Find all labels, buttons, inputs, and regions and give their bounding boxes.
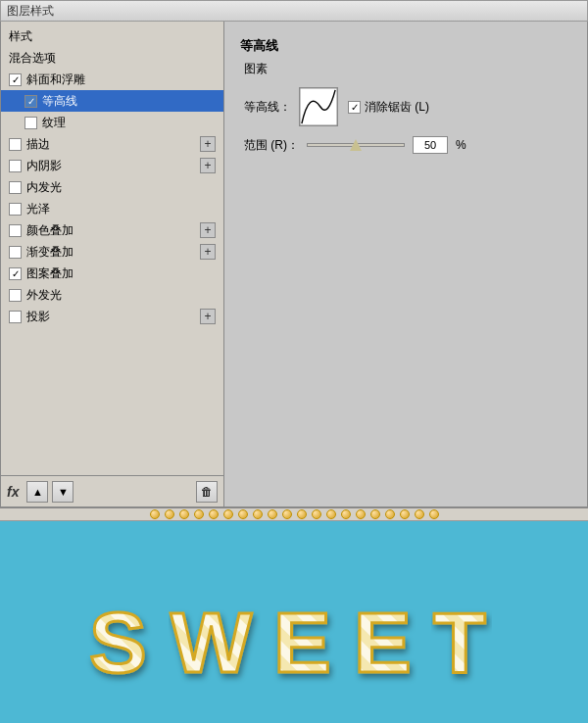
blend-options-label: 混合选项 (9, 50, 56, 67)
outer-glow-checkbox[interactable] (9, 289, 22, 302)
up-arrow-icon: ▲ (32, 486, 43, 498)
decorative-strip (0, 507, 588, 521)
deco-circle-18 (400, 509, 410, 519)
bevel-emboss-checkbox[interactable] (9, 73, 22, 86)
inner-shadow-label: 内阴影 (26, 158, 62, 174)
deco-circle-19 (415, 509, 424, 519)
gradient-overlay-plus[interactable]: + (200, 244, 216, 260)
sweet-text: S W (84, 589, 505, 690)
gradient-overlay-checkbox[interactable] (9, 246, 22, 259)
contour-checkbox[interactable] (24, 95, 37, 108)
deco-circle-10 (282, 509, 292, 519)
svg-text:T: T (433, 594, 486, 687)
satin-checkbox[interactable] (9, 203, 22, 216)
stroke-checkbox[interactable] (9, 138, 22, 151)
sidebar-item-outer-glow[interactable]: 外发光 (1, 284, 223, 306)
sidebar-item-style[interactable]: 样式 (1, 25, 223, 47)
satin-label: 光泽 (26, 201, 50, 217)
letter-W: W (169, 589, 267, 690)
left-panel: 样式 混合选项 斜面和浮雕 等高线 纹理 (1, 22, 224, 506)
contour-preview-box[interactable] (299, 87, 338, 126)
color-overlay-plus[interactable]: + (200, 222, 216, 238)
smooth-checkbox[interactable] (348, 101, 361, 114)
color-overlay-checkbox[interactable] (9, 224, 22, 237)
drop-shadow-plus[interactable]: + (200, 309, 216, 324)
deco-circle-17 (385, 509, 395, 519)
deco-circle-7 (238, 509, 248, 519)
sidebar-item-satin[interactable]: 光泽 (1, 198, 223, 219)
deco-circle-15 (356, 509, 366, 519)
svg-text:W: W (171, 594, 252, 687)
trash-button[interactable]: 🗑 (196, 481, 218, 503)
contour-curve-label: 等高线： (244, 99, 291, 116)
range-value-input[interactable] (413, 136, 448, 154)
down-arrow-icon: ▼ (58, 486, 69, 498)
sidebar-item-stroke[interactable]: 描边 + (1, 133, 223, 155)
deco-circle-1 (150, 509, 160, 519)
deco-circle-6 (223, 509, 233, 519)
texture-label: 纹理 (42, 115, 66, 131)
contour-label: 等高线 (42, 93, 77, 110)
bottom-toolbar: fx ▲ ▼ 🗑 (1, 475, 223, 506)
up-arrow-button[interactable]: ▲ (26, 481, 48, 503)
sidebar-item-color-overlay[interactable]: 颜色叠加 + (1, 219, 223, 241)
style-label: 样式 (9, 28, 32, 45)
sidebar-item-pattern-overlay[interactable]: 图案叠加 (1, 263, 223, 284)
outer-glow-label: 外发光 (26, 287, 62, 304)
sidebar-item-gradient-overlay[interactable]: 渐变叠加 + (1, 241, 223, 263)
inner-shadow-plus[interactable]: + (200, 158, 216, 173)
smooth-option-row: 消除锯齿 (L) (348, 99, 429, 116)
drop-shadow-label: 投影 (26, 309, 50, 325)
inner-glow-checkbox[interactable] (9, 181, 22, 194)
letter-E2: E (351, 589, 427, 690)
svg-text:E: E (354, 594, 412, 687)
svg-text:S: S (89, 594, 147, 687)
down-arrow-button[interactable]: ▼ (52, 481, 74, 503)
range-row: 范围 (R)： % (240, 136, 571, 154)
svg-text:E: E (273, 594, 331, 687)
canvas-preview-area: S W (0, 521, 588, 723)
stroke-plus[interactable]: + (200, 136, 216, 152)
trash-icon: 🗑 (201, 485, 213, 499)
smooth-label: 消除锯齿 (L) (365, 99, 429, 116)
deco-circle-20 (429, 509, 439, 519)
bevel-emboss-label: 斜面和浮雕 (26, 72, 85, 88)
percent-label: % (456, 138, 466, 152)
deco-circle-11 (297, 509, 307, 519)
letter-S: S (84, 589, 165, 690)
deco-circle-5 (209, 509, 219, 519)
sidebar-item-bevel-emboss[interactable]: 斜面和浮雕 (1, 69, 223, 90)
sidebar-item-drop-shadow[interactable]: 投影 + (1, 306, 223, 327)
fx-label: fx (7, 484, 19, 500)
deco-circle-9 (268, 509, 277, 519)
sidebar-item-inner-shadow[interactable]: 内阴影 + (1, 155, 223, 176)
drop-shadow-checkbox[interactable] (9, 311, 22, 323)
gradient-overlay-label: 渐变叠加 (26, 244, 74, 261)
sidebar-item-contour[interactable]: 等高线 (1, 90, 223, 112)
sidebar-item-inner-glow[interactable]: 内发光 (1, 176, 223, 198)
letter-E1: E (270, 589, 347, 690)
title-label: 图层样式 (7, 3, 54, 20)
letter-T: T (431, 589, 505, 690)
deco-circle-14 (341, 509, 351, 519)
pattern-overlay-label: 图案叠加 (26, 265, 74, 282)
inner-shadow-checkbox[interactable] (9, 160, 22, 172)
inner-glow-label: 内发光 (26, 179, 62, 196)
deco-circle-16 (370, 509, 380, 519)
deco-circle-8 (253, 509, 263, 519)
sidebar-item-blend-options[interactable]: 混合选项 (1, 47, 223, 69)
layer-list: 样式 混合选项 斜面和浮雕 等高线 纹理 (1, 22, 223, 475)
right-sub-title: 图素 (240, 61, 571, 77)
sidebar-item-texture[interactable]: 纹理 (1, 112, 223, 133)
texture-checkbox[interactable] (24, 117, 37, 129)
title-bar: 图层样式 (0, 0, 588, 22)
right-panel: 等高线 图素 等高线： 消除锯齿 (L) 范围 (R)： (224, 22, 587, 506)
deco-circle-2 (165, 509, 174, 519)
stroke-label: 描边 (26, 136, 50, 153)
range-label: 范围 (R)： (244, 137, 299, 154)
svg-rect-0 (300, 88, 337, 125)
deco-circle-4 (194, 509, 204, 519)
range-slider[interactable] (307, 143, 405, 147)
pattern-overlay-checkbox[interactable] (9, 267, 22, 280)
main-container: 样式 混合选项 斜面和浮雕 等高线 纹理 (0, 22, 588, 507)
